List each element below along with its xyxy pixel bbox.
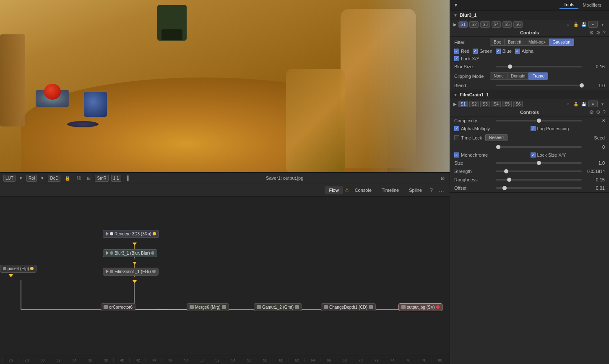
tab-timeline[interactable]: Timeline: [377, 186, 403, 194]
filmgrain-collapse-arrow: ▼: [453, 93, 458, 97]
fg-ch-s4[interactable]: S4: [492, 101, 501, 107]
fg-roughness-track[interactable]: [496, 179, 582, 181]
blur-ch-s5[interactable]: S5: [502, 21, 512, 28]
tab-console[interactable]: Console: [351, 186, 376, 194]
fg-ch-s6[interactable]: S6: [513, 101, 523, 107]
node-renderer[interactable]: Renderer3D3 (3Rn): [103, 230, 159, 238]
fg-ch-s2[interactable]: S2: [469, 101, 479, 107]
fg-offset-track[interactable]: [496, 187, 582, 189]
check-green-box[interactable]: ✓: [473, 49, 478, 54]
filter-bartlett[interactable]: Bartlett: [504, 39, 525, 46]
fg-ctrl-icon1[interactable]: ⚙: [589, 109, 594, 115]
filmgrain-section-header[interactable]: ▼ FilmGrain1_1: [450, 90, 609, 99]
blur-ch-s1[interactable]: S1: [458, 21, 468, 28]
blur-filter-label: Filter: [454, 40, 488, 45]
check-alpha-box[interactable]: ✓: [515, 49, 520, 54]
blur-more-icon[interactable]: ▾: [599, 21, 606, 28]
fg-seed-thumb[interactable]: [496, 145, 500, 149]
tab-spline[interactable]: Spline: [405, 186, 426, 194]
blur-ch-s2[interactable]: S2: [469, 21, 479, 28]
blur-view-icon[interactable]: ▪: [588, 21, 598, 28]
fg-roughness-label: Roughness: [454, 177, 492, 182]
check-monochrome-box[interactable]: ✓: [454, 152, 459, 157]
expand-btn[interactable]: ⊠: [439, 175, 446, 182]
node-changedepth[interactable]: ChangeDepth1 (CD): [321, 303, 376, 311]
blur-ctrl-icon2[interactable]: ⚙: [596, 30, 601, 36]
fg-more-icon[interactable]: ▾: [599, 101, 606, 107]
fg-ch-s5[interactable]: S5: [502, 101, 512, 107]
fg-timelock-row: Time Lock Reseed Seed: [450, 132, 609, 143]
check-log-processing: ✓ Log Processing: [531, 126, 605, 131]
fg-offset-thumb[interactable]: [502, 186, 507, 190]
ellipse-dot-left: [3, 267, 6, 270]
blur-blend-row: Blend 1.0: [450, 81, 609, 90]
renderer-dot-right: [153, 232, 156, 235]
check-alpha-multiply-box[interactable]: ✓: [454, 126, 459, 131]
node-merge-label: Merge6 (Mrg): [195, 305, 221, 310]
check-lockxy-box[interactable]: ✓: [454, 56, 459, 61]
blur-section-header[interactable]: ▼ Blur3_1: [450, 10, 609, 20]
check-green-label: Green: [479, 49, 492, 54]
node-gamut[interactable]: Gamut1_2 (Gmt): [254, 303, 302, 311]
ruler-tick: 28: [18, 358, 34, 362]
blur-ctrl-icon1[interactable]: ⚙: [589, 30, 594, 36]
fg-seed-track[interactable]: [496, 146, 582, 148]
check-timelock-box[interactable]: [454, 135, 459, 140]
lock-icon: 🔒: [63, 175, 72, 182]
fg-complexity-track[interactable]: [496, 120, 582, 121]
arrow-blur-filmgrain: [133, 261, 137, 266]
fg-roughness-thumb[interactable]: [507, 178, 511, 182]
fg-strength-track[interactable]: [496, 170, 582, 172]
flow-options-btn[interactable]: ?: [428, 186, 435, 194]
filter-gaussian[interactable]: Gaussian: [549, 39, 574, 46]
fg-view-icon[interactable]: ▪: [588, 101, 598, 107]
lut-btn[interactable]: LUT: [3, 175, 16, 182]
tab-modifiers[interactable]: Modifiers: [578, 1, 606, 9]
clipping-frame[interactable]: Frame: [528, 72, 548, 80]
roi-btn[interactable]: RoI: [26, 175, 37, 182]
clipping-domain[interactable]: Domain: [507, 72, 528, 80]
check-red-box[interactable]: ✓: [454, 49, 459, 54]
filmgrain-node-icons: ○ 🔒 💾 ▪ ▾: [565, 101, 606, 107]
check-blue-box[interactable]: ✓: [496, 49, 501, 54]
fg-ch-s3[interactable]: S3: [480, 101, 489, 107]
tab-flow[interactable]: Flow: [325, 186, 343, 194]
ruler-tick: 46: [161, 358, 177, 362]
check-blue-label: Blue: [502, 49, 512, 54]
blur-ch-s3[interactable]: S3: [480, 21, 489, 28]
node-output[interactable]: output.jpg (SV): [398, 303, 442, 311]
dod-btn[interactable]: DoD: [48, 175, 60, 182]
node-filmgrain[interactable]: FilmGrain1_1 (FGr): [103, 268, 159, 276]
reseed-button[interactable]: Reseed: [485, 134, 507, 141]
filter-multibox[interactable]: Multi-box: [525, 39, 549, 46]
flow-extra-btn[interactable]: …: [437, 186, 446, 194]
smr-btn[interactable]: SmR: [95, 175, 108, 182]
panel-collapse-btn[interactable]: ▼: [453, 2, 458, 8]
fg-ctrl-icon3[interactable]: ?: [603, 109, 606, 115]
blur-size-thumb[interactable]: [508, 65, 512, 69]
node-merge[interactable]: Merge6 (Mrg): [187, 303, 229, 311]
clipping-none[interactable]: None: [490, 72, 507, 80]
filter-box[interactable]: Box: [490, 39, 504, 46]
blur-size-track[interactable]: [496, 66, 582, 67]
fg-ch-s1[interactable]: S1: [458, 101, 468, 107]
fg-ctrl-icon2[interactable]: ⚙: [596, 109, 601, 115]
check-locksizexy-box[interactable]: ✓: [531, 152, 536, 157]
fg-strength-label: Strength: [454, 169, 492, 174]
fg-complexity-thumb[interactable]: [537, 119, 541, 123]
node-colorcorrector[interactable]: orCorrector6: [101, 303, 135, 311]
blur-ctrl-icon3[interactable]: ?: [603, 30, 606, 36]
blur-ch-s4[interactable]: S4: [492, 21, 501, 28]
ratio-btn[interactable]: 1:1: [111, 175, 121, 182]
blur-ch-s6[interactable]: S6: [513, 21, 523, 28]
fg-size-track[interactable]: [496, 162, 582, 164]
node-ellipse[interactable]: pose4 (Elp): [0, 265, 36, 273]
blur-blend-thumb[interactable]: [580, 83, 584, 88]
fg-size-thumb[interactable]: [537, 161, 541, 165]
node-blur[interactable]: Blur3_1 (Blur, Blur): [103, 249, 157, 257]
check-log-processing-box[interactable]: ✓: [531, 126, 536, 131]
fg-strength-thumb[interactable]: [504, 169, 508, 173]
blur-blend-track[interactable]: [496, 85, 582, 86]
check-timelock-label: Time Lock: [461, 135, 482, 140]
tab-tools[interactable]: Tools: [560, 1, 579, 9]
